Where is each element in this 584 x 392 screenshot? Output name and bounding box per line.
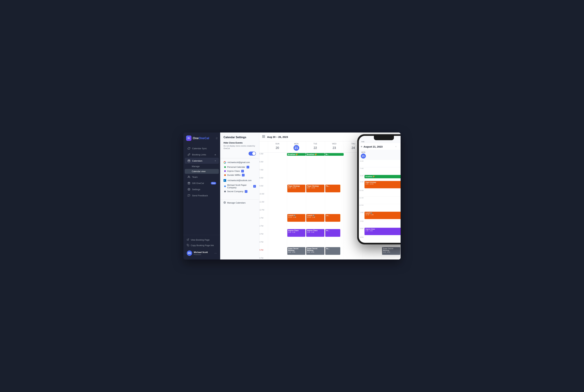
gmail-email: michaelscott@gmail.com xyxy=(227,161,250,164)
event-lunch-wed[interactable]: Lu... xyxy=(325,214,340,222)
paper-company-cal-checkbox[interactable]: ✓ xyxy=(253,185,256,188)
manage-calendars-btn[interactable]: Manage Calendars xyxy=(220,200,259,206)
chevron-calendars-icon: ▼ xyxy=(214,160,216,162)
svg-rect-14 xyxy=(264,137,265,138)
sidebar-label-manage: Manage xyxy=(192,165,200,168)
sidebar-item-calendar-sync[interactable]: Calendar Sync xyxy=(185,145,219,152)
logo-area: 01 OneOneCal ⟨⟨ xyxy=(183,132,220,144)
col-sat: Super Secret Meeting 5:00 - 6:00 xyxy=(382,152,401,260)
event-breakfast-tue[interactable]: Breakfast 🥐 xyxy=(306,153,325,156)
day-mon: MON 21 xyxy=(287,141,306,152)
event-paper-wed[interactable]: Pa... xyxy=(325,185,340,192)
calendar-paper-company: Michael Scott Paper Company ✓ xyxy=(223,183,256,190)
event-improv-wed[interactable]: Im... xyxy=(325,229,340,237)
logo-icon: 01 xyxy=(186,136,191,141)
day-sun: SUN 20 xyxy=(268,141,287,152)
event-lunch-tue[interactable]: Lunch 🍱 12:30 - 1:30 xyxy=(306,214,324,222)
sidebar-item-booking-links[interactable]: Booking Links ▶ xyxy=(185,152,219,158)
sidebar-label-calendar-sync: Calendar Sync xyxy=(192,147,207,150)
copy-booking-label: Copy Booking Page link xyxy=(191,244,214,247)
event-secret-mon[interactable]: Super Secret Meeting 5:00 - 6:00 xyxy=(287,247,306,255)
col-mon: Breakfast 🥐 Paper Strategy 9:00 - 10:00 … xyxy=(287,152,306,260)
svg-rect-12 xyxy=(262,135,263,136)
svg-rect-8 xyxy=(188,245,189,246)
collapse-icon[interactable]: ⟨⟨ xyxy=(216,137,217,140)
next-week-btn[interactable]: › xyxy=(379,134,384,139)
event-paper-tue[interactable]: Paper Strategy 9:00 - 10:00 xyxy=(306,185,324,192)
copy-booking-link-btn[interactable]: Copy Booking Page link xyxy=(185,242,219,248)
event-secret-tue[interactable]: Super Secret Meeting 5:00 - 6:00 xyxy=(306,247,324,255)
svg-rect-0 xyxy=(188,160,190,162)
svg-rect-13 xyxy=(264,135,265,136)
hide-clone-toggle[interactable] xyxy=(249,152,256,156)
sidebar-label-feedback: Send Feedback xyxy=(192,194,208,197)
improv-cal-dot xyxy=(224,170,226,172)
link-icon xyxy=(187,153,190,156)
event-secret-wed[interactable]: Su... xyxy=(325,247,340,255)
col-fri xyxy=(363,152,382,260)
event-breakfast-mon[interactable]: Breakfast 🥐 xyxy=(287,153,306,156)
chevron-down-icon: ▼ xyxy=(393,136,395,138)
personal-cal-checkbox[interactable]: ✓ xyxy=(247,166,249,168)
sidebar-item-manage[interactable]: Manage xyxy=(185,164,219,169)
sidebar-item-team[interactable]: Team xyxy=(185,174,219,180)
user-plan: Premium xyxy=(194,254,212,256)
gmail-account: michaelscott@gmail.com Personal Calendar… xyxy=(223,161,256,177)
event-lunch-mon[interactable]: Lunch 🍱 12:30 - 1:30 xyxy=(287,214,306,222)
sidebar-label-team: Team xyxy=(192,176,198,178)
today-btn[interactable]: Today xyxy=(368,135,379,139)
event-paper-mon[interactable]: Paper Strategy 9:00 - 10:00 xyxy=(287,185,306,192)
sidebar-item-calendar-view[interactable]: Calendar view xyxy=(185,169,219,174)
col-tue: Breakfast 🥐 Paper Strategy 9:00 - 10:00 … xyxy=(306,152,325,260)
day-wed: WED 23 xyxy=(325,141,344,152)
secret-cal-name: Secret Company xyxy=(227,190,243,193)
calendar-improv: Improv Class ✓ xyxy=(223,169,256,173)
sidebar-label-calendar-view: Calendar view xyxy=(192,170,205,172)
outlook-icon: O xyxy=(223,179,226,182)
event-breakfast-wed[interactable]: Br... xyxy=(325,153,344,156)
sidebar-item-feedback[interactable]: Send Feedback xyxy=(185,192,219,198)
event-secret-sat[interactable]: Super Secret Meeting 5:00 - 6:00 xyxy=(382,247,400,255)
team-icon xyxy=(187,176,190,178)
external-icon xyxy=(187,238,189,241)
sidebar-bottom: View Booking Page Copy Booking Page link… xyxy=(183,235,220,260)
hide-clone-section: Hide Clone Events Do not display clone e… xyxy=(220,142,259,158)
calendar-personal: Personal Calendar ✓ xyxy=(223,165,256,169)
sidebar-item-gift[interactable]: Gift OneCal New xyxy=(185,180,219,186)
calendar-secret: Secret Company ✓ xyxy=(223,190,256,194)
calendar-nav: ‹ Today › Week ▼ xyxy=(362,134,398,139)
prev-week-btn[interactable]: ‹ xyxy=(362,134,367,139)
outlook-email: michaelscott@outlook.com xyxy=(227,179,252,182)
day-fri: FRI 25 xyxy=(363,141,382,152)
date-range: Aug 20 – 26, 2023 xyxy=(267,136,288,138)
gift-icon xyxy=(187,182,190,185)
week-view-btn[interactable]: Week ▼ xyxy=(385,135,398,139)
sidebar-label-booking-links: Booking Links xyxy=(192,154,206,156)
improv-cal-checkbox[interactable]: ✓ xyxy=(241,170,244,172)
gear-icon xyxy=(223,201,226,204)
personal-cal-dot xyxy=(224,166,226,168)
dunder-cal-name: Dunder Mifflin xyxy=(227,174,241,176)
sidebar-label-settings: Settings xyxy=(192,188,200,191)
sidebar-item-settings[interactable]: Settings xyxy=(185,186,219,192)
settings-panel: Calendar Settings Hide Clone Events Do n… xyxy=(220,132,259,260)
hide-clone-desc: Do not display clone events created by O… xyxy=(223,145,256,150)
grid-icon xyxy=(262,135,265,139)
view-booking-page-btn[interactable]: View Booking Page xyxy=(185,237,219,242)
time-gutter-header xyxy=(259,141,268,152)
event-improv-mon[interactable]: Improv Class 2:30 - 3:30 xyxy=(287,229,306,237)
event-improv-tue[interactable]: Improv Class 2:30 - 3:30 xyxy=(306,229,324,237)
hide-clone-label: Hide Clone Events xyxy=(223,142,256,144)
col-sun xyxy=(268,152,287,260)
settings-icon xyxy=(187,188,190,191)
secret-cal-checkbox[interactable]: ✓ xyxy=(245,190,247,193)
new-badge: New xyxy=(211,182,216,184)
calendar-view: Aug 20 – 26, 2023 ‹ Today › Week ▼ SUN 2… xyxy=(259,132,401,260)
feedback-icon xyxy=(187,194,190,197)
calendar-header: Aug 20 – 26, 2023 ‹ Today › Week ▼ xyxy=(259,132,401,141)
google-icon xyxy=(223,161,226,164)
user-more-icon[interactable]: ⋯ xyxy=(214,252,217,255)
dunder-cal-checkbox[interactable]: ✓ xyxy=(242,174,245,176)
settings-title: Calendar Settings xyxy=(220,136,259,142)
sidebar-item-calendars[interactable]: Calendars ▼ xyxy=(185,158,219,164)
